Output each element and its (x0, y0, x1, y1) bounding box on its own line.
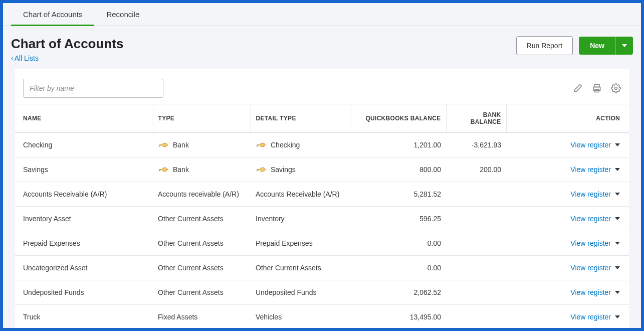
cell-qb-balance: 13,495.00 (351, 305, 446, 328)
table-row: Accounts Receivable (A/R)Accounts receiv… (15, 182, 629, 207)
print-icon[interactable] (592, 83, 602, 93)
cell-qb-balance: 0.00 (351, 256, 446, 280)
chevron-down-icon[interactable] (615, 315, 620, 318)
filter-input[interactable] (23, 79, 163, 98)
cell-name: Uncategorized Asset (15, 256, 153, 280)
cell-action: View register (506, 207, 629, 231)
tab-chart-of-accounts[interactable]: Chart of Accounts (11, 3, 94, 26)
cell-bank-balance (446, 305, 506, 328)
cell-bank-balance: 200.00 (446, 157, 506, 182)
chevron-down-icon (622, 44, 627, 47)
cell-name: Truck (15, 305, 153, 328)
cell-detail: Savings (251, 157, 351, 182)
cell-bank-balance (446, 256, 506, 280)
view-register-link[interactable]: View register (570, 288, 620, 296)
col-name[interactable]: NAME (15, 104, 153, 133)
cell-qb-balance: 2,062.52 (351, 280, 446, 305)
cell-detail: Checking (251, 133, 351, 157)
view-register-link[interactable]: View register (570, 264, 620, 272)
table-row: SavingsBankSavings800.00200.00View regis… (15, 157, 629, 182)
page-title: Chart of Accounts (11, 36, 123, 52)
edit-icon[interactable] (573, 83, 583, 93)
chevron-down-icon[interactable] (615, 168, 620, 171)
card-icon-row (573, 83, 621, 93)
cell-detail: Undeposited Funds (251, 280, 351, 305)
cell-type: Accounts receivable (A/R) (153, 182, 251, 207)
col-detail-type[interactable]: DETAIL TYPE (251, 104, 351, 133)
chevron-down-icon[interactable] (615, 143, 620, 146)
view-register-link[interactable]: View register (570, 141, 620, 149)
svg-point-3 (615, 87, 617, 90)
new-button-dropdown[interactable] (615, 37, 633, 55)
cell-name: Checking (15, 133, 153, 157)
table-row: Uncategorized AssetOther Current AssetsO… (15, 256, 629, 280)
cell-detail: Vehicles (251, 305, 351, 328)
table-row: CheckingBankChecking1,201.00-3,621.93Vie… (15, 133, 629, 157)
cell-type: Other Current Assets (153, 280, 251, 305)
cell-action: View register (506, 256, 629, 280)
cell-name: Prepaid Expenses (15, 231, 153, 256)
view-register-link[interactable]: View register (570, 190, 620, 198)
cell-qb-balance: 1,201.00 (351, 133, 446, 157)
col-bank-balance[interactable]: BANK BALANCE (446, 104, 506, 133)
cell-qb-balance: 596.25 (351, 207, 446, 231)
cell-type: Other Current Assets (153, 256, 251, 280)
chevron-down-icon[interactable] (615, 266, 620, 269)
app-root: Chart of Accounts Reconcile Chart of Acc… (3, 3, 641, 328)
view-register-link[interactable]: View register (570, 313, 620, 321)
cell-detail: Prepaid Expenses (251, 231, 351, 256)
cell-detail: Accounts Receivable (A/R) (251, 182, 351, 207)
cell-action: View register (506, 133, 629, 157)
cell-bank-balance (446, 280, 506, 305)
chevron-left-icon: ‹ (11, 54, 14, 62)
cell-type: Bank (153, 133, 251, 157)
table-row: Inventory AssetOther Current AssetsInven… (15, 207, 629, 231)
col-type[interactable]: TYPE (153, 104, 251, 133)
cell-type: Other Current Assets (153, 231, 251, 256)
cell-action: View register (506, 157, 629, 182)
cell-qb-balance: 0.00 (351, 231, 446, 256)
chevron-down-icon[interactable] (615, 242, 620, 245)
cell-qb-balance: 5,281.52 (351, 182, 446, 207)
table-row: Prepaid ExpensesOther Current AssetsPrep… (15, 231, 629, 256)
chevron-down-icon[interactable] (615, 291, 620, 294)
table-row: TruckFixed AssetsVehicles13,495.00View r… (15, 305, 629, 328)
tab-reconcile[interactable]: Reconcile (94, 3, 151, 26)
cell-detail: Inventory (251, 207, 351, 231)
cell-bank-balance (446, 231, 506, 256)
cell-type: Other Current Assets (153, 207, 251, 231)
cell-bank-balance (446, 182, 506, 207)
cell-name: Accounts Receivable (A/R) (15, 182, 153, 207)
table-header-row: NAME TYPE DETAIL TYPE QUICKBOOKS BALANCE… (15, 104, 629, 133)
cell-qb-balance: 800.00 (351, 157, 446, 182)
cell-type: Bank (153, 157, 251, 182)
cell-action: View register (506, 280, 629, 305)
chevron-down-icon[interactable] (615, 193, 620, 196)
tab-strip: Chart of Accounts Reconcile (3, 3, 641, 26)
bank-hand-icon (256, 165, 267, 174)
view-register-link[interactable]: View register (570, 215, 620, 223)
gear-icon[interactable] (611, 83, 621, 93)
breadcrumb-label: All Lists (15, 54, 39, 62)
new-button[interactable]: New (579, 37, 633, 55)
cell-name: Undeposited Funds (15, 280, 153, 305)
cell-detail: Other Current Assets (251, 256, 351, 280)
title-block: Chart of Accounts ‹ All Lists (11, 36, 123, 63)
breadcrumb-all-lists[interactable]: ‹ All Lists (11, 54, 39, 62)
table-row: Undeposited FundsOther Current AssetsUnd… (15, 280, 629, 305)
col-qb-balance[interactable]: QUICKBOOKS BALANCE (351, 104, 446, 133)
bank-hand-icon (256, 141, 267, 149)
cell-bank-balance (446, 207, 506, 231)
view-register-link[interactable]: View register (570, 239, 620, 247)
bank-hand-icon (158, 165, 169, 174)
cell-action: View register (506, 305, 629, 328)
accounts-card: NAME TYPE DETAIL TYPE QUICKBOOKS BALANCE… (15, 69, 629, 328)
page-header: Chart of Accounts ‹ All Lists Run Report… (3, 26, 641, 69)
view-register-link[interactable]: View register (570, 165, 620, 174)
chevron-down-icon[interactable] (615, 217, 620, 220)
cell-bank-balance: -3,621.93 (446, 133, 506, 157)
cell-action: View register (506, 182, 629, 207)
new-button-label: New (579, 37, 615, 55)
run-report-button[interactable]: Run Report (516, 36, 573, 55)
header-actions: Run Report New (516, 36, 633, 55)
